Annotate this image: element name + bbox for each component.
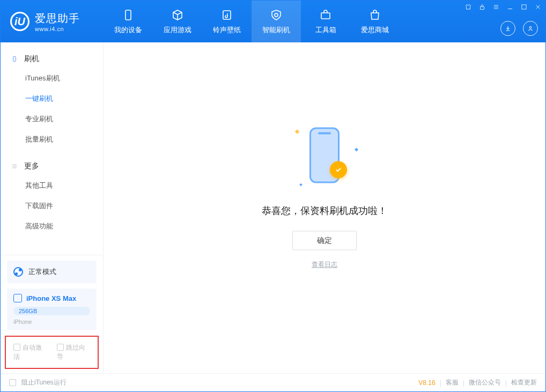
close-icon[interactable] [534,3,542,11]
sidebar-bottom: 正常模式 iPhone XS Max 256GB iPhone 自动激活 跳过向… [1,255,103,373]
logo-block: iU 爱思助手 www.i4.cn [1,1,104,42]
mode-label: 正常模式 [28,267,56,277]
sidebar-item-itunes-flash[interactable]: iTunes刷机 [1,68,103,88]
svg-rect-0 [126,10,131,20]
lock-icon[interactable] [478,3,486,11]
maximize-icon[interactable] [520,3,528,11]
svg-rect-6 [13,56,16,61]
tab-my-device[interactable]: 我的设备 [104,1,153,42]
tab-apps-games[interactable]: 应用游戏 [153,1,202,42]
sidebar-group-more: 更多 [1,157,103,175]
header-actions [500,21,538,36]
shopping-bag-icon [368,8,382,22]
music-note-icon [220,8,234,22]
sidebar-item-other-tools[interactable]: 其他工具 [1,175,103,196]
tab-label: 工具箱 [315,25,336,35]
app-window: iU 爱思助手 www.i4.cn 我的设备 应用游戏 铃声壁纸 智能刷机 [0,0,546,392]
device-card[interactable]: iPhone XS Max 256GB iPhone [7,289,97,330]
version-label: V8.16 [418,379,435,387]
ok-button[interactable]: 确定 [292,231,357,250]
tab-label: 智能刷机 [262,25,290,35]
cube-icon [171,8,185,22]
toolbox-icon [319,8,333,22]
skip-guide-checkbox[interactable]: 跳过向导 [57,343,91,361]
header: iU 爱思助手 www.i4.cn 我的设备 应用游戏 铃声壁纸 智能刷机 [1,1,545,42]
sparkle-icon [299,183,302,186]
sidebar-item-pro-flash[interactable]: 专业刷机 [1,109,103,129]
phone-success-illustration [282,120,367,190]
download-button[interactable] [500,21,515,36]
window-controls [464,3,542,11]
app-url: www.i4.cn [35,26,80,32]
tab-label: 我的设备 [114,25,142,35]
device-type: iPhone [13,319,90,325]
svg-point-5 [529,27,532,29]
tab-ringtone-wallpaper[interactable]: 铃声壁纸 [202,1,252,42]
main-content: 恭喜您，保资料刷机成功啦！ 确定 查看日志 [104,42,545,373]
body: 刷机 iTunes刷机 一键刷机 专业刷机 批量刷机 更多 其他工具 下载固件 … [1,42,545,373]
device-name: iPhone XS Max [26,294,76,302]
mode-icon [13,267,23,277]
flash-options-highlight: 自动激活 跳过向导 [5,336,99,369]
tab-label: 铃声壁纸 [213,25,241,35]
block-itunes-checkbox[interactable]: 阻止iTunes运行 [9,378,67,387]
phone-icon [10,55,19,63]
device-icon [13,294,22,302]
success-message: 恭喜您，保资料刷机成功啦！ [262,204,387,217]
top-tabs: 我的设备 应用游戏 铃声壁纸 智能刷机 工具箱 爱思商城 [104,1,400,42]
sidebar-scroll: 刷机 iTunes刷机 一键刷机 专业刷机 批量刷机 更多 其他工具 下载固件 … [1,42,103,255]
account-button[interactable] [523,21,538,36]
sidebar: 刷机 iTunes刷机 一键刷机 专业刷机 批量刷机 更多 其他工具 下载固件 … [1,42,104,373]
sparkle-icon [295,129,299,134]
sidebar-item-advanced[interactable]: 高级功能 [1,216,103,236]
sidebar-item-download-firmware[interactable]: 下载固件 [1,196,103,216]
refresh-shield-icon [269,8,283,22]
tab-smart-flash[interactable]: 智能刷机 [252,1,301,42]
view-log-link[interactable]: 查看日志 [312,260,337,269]
mode-card[interactable]: 正常模式 [7,261,97,283]
wechat-link[interactable]: 微信公众号 [469,378,501,387]
logo-icon: iU [10,12,29,31]
menu-icon[interactable] [492,3,500,11]
sidebar-group-label: 刷机 [24,54,39,64]
tab-store[interactable]: 爱思商城 [350,1,400,42]
sidebar-item-oneclick-flash[interactable]: 一键刷机 [1,88,103,109]
tab-toolbox[interactable]: 工具箱 [301,1,350,42]
logo-text: 爱思助手 www.i4.cn [35,11,80,32]
support-link[interactable]: 客服 [446,378,459,387]
device-icon [121,8,135,22]
sidebar-item-batch-flash[interactable]: 批量刷机 [1,129,103,150]
footer: 阻止iTunes运行 V8.16 | 客服 | 微信公众号 | 检查更新 [1,373,545,391]
sidebar-group-flash: 刷机 [1,50,103,68]
success-panel: 恭喜您，保资料刷机成功啦！ 确定 查看日志 [262,120,387,269]
sidebar-group-label: 更多 [24,161,39,171]
auto-activate-checkbox[interactable]: 自动激活 [13,343,47,361]
list-icon [10,162,19,171]
tab-label: 爱思商城 [361,25,389,35]
sparkle-icon [355,147,358,151]
device-storage-badge: 256GB [13,307,90,315]
tshirt-icon[interactable] [464,3,473,11]
tab-label: 应用游戏 [164,25,191,35]
app-name: 爱思助手 [35,11,80,26]
success-check-icon [330,161,347,178]
svg-rect-3 [481,6,484,9]
minimize-icon[interactable] [506,3,514,11]
svg-rect-2 [321,13,330,19]
svg-rect-4 [522,5,526,9]
check-update-link[interactable]: 检查更新 [511,378,537,387]
